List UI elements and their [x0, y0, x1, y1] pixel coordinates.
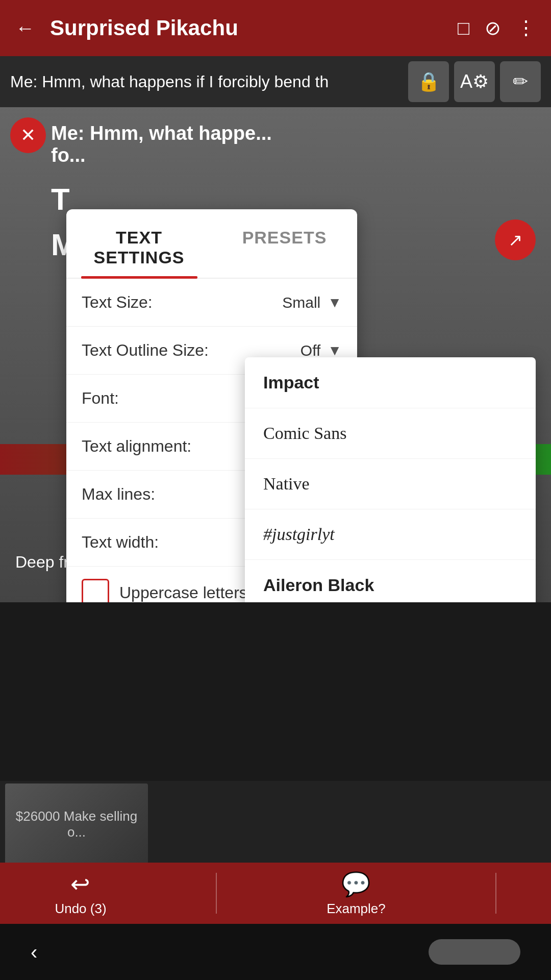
- font-option-native[interactable]: Native: [245, 459, 536, 509]
- text-width-label: Text width:: [82, 533, 159, 552]
- example-button[interactable]: 💬 Example?: [327, 870, 386, 917]
- tab-presets[interactable]: PRESETS: [212, 209, 357, 278]
- text-outline-value: Off: [300, 342, 320, 359]
- font-option-aileron-black[interactable]: Aileron Black: [245, 560, 536, 602]
- top-bar: ← Surprised Pikachu □ ⊘ ⋮: [0, 0, 551, 56]
- bottom-divider-2: [495, 873, 496, 914]
- square-icon[interactable]: □: [458, 17, 469, 39]
- menu-icon[interactable]: ⋮: [516, 17, 536, 39]
- font-settings-icon-button[interactable]: A⚙: [454, 61, 495, 102]
- page-title: Surprised Pikachu: [50, 16, 238, 40]
- slash-box-icon[interactable]: ⊘: [485, 17, 501, 39]
- font-option-impact[interactable]: Impact: [245, 357, 536, 408]
- secondary-text: Me: Hmm, what happens if I forcibly bend…: [10, 72, 400, 91]
- lock-icon-button[interactable]: 🔒: [408, 61, 449, 102]
- nav-back-button[interactable]: ‹: [31, 941, 37, 964]
- nav-home-indicator: [429, 939, 520, 965]
- modal-overlay: TEXT SETTINGS PRESETS Text Size: Small ▼…: [0, 107, 551, 602]
- text-outline-dropdown-arrow: ▼: [328, 342, 342, 359]
- text-size-row: Text Size: Small ▼: [66, 279, 357, 327]
- undo-icon: ↩: [70, 870, 90, 898]
- uppercase-label: Uppercase letters: [119, 583, 247, 602]
- nav-bar: ‹: [0, 924, 551, 980]
- back-button[interactable]: ←: [15, 17, 35, 39]
- text-size-select[interactable]: Small ▼: [282, 294, 342, 311]
- pen-icon-button[interactable]: ✏: [500, 61, 541, 102]
- font-option-comic-sans[interactable]: Comic Sans: [245, 408, 536, 459]
- uppercase-checkbox[interactable]: [82, 579, 109, 602]
- modal-tabs: TEXT SETTINGS PRESETS: [66, 209, 357, 279]
- thumbnail-strip: $26000 Make selling o...: [0, 781, 551, 868]
- bottom-bar: ↩ Undo (3) 💬 Example?: [0, 863, 551, 924]
- font-label: Font:: [82, 389, 119, 408]
- secondary-icons: 🔒 A⚙ ✏: [408, 61, 541, 102]
- bottom-divider-1: [216, 873, 217, 914]
- tab-text-settings[interactable]: TEXT SETTINGS: [66, 209, 212, 278]
- text-size-value: Small: [282, 294, 320, 311]
- text-alignment-label: Text alignment:: [82, 437, 191, 456]
- text-outline-label: Text Outline Size:: [82, 341, 209, 360]
- max-lines-label: Max lines:: [82, 485, 155, 504]
- main-content: ✕ Me: Hmm, what happe... fo... T M ↗ Dee…: [0, 107, 551, 602]
- font-dropdown-menu: Impact Comic Sans Native #justgirlyt Ail…: [245, 357, 536, 602]
- example-icon: 💬: [341, 870, 370, 898]
- undo-button[interactable]: ↩ Undo (3): [55, 870, 106, 917]
- example-label: Example?: [327, 901, 386, 917]
- font-option-justgirlyt[interactable]: #justgirlyt: [245, 509, 536, 560]
- undo-label: Undo (3): [55, 901, 106, 917]
- text-size-label: Text Size:: [82, 293, 153, 312]
- top-bar-icons: □ ⊘ ⋮: [458, 17, 536, 39]
- text-outline-select[interactable]: Off ▼: [300, 342, 342, 359]
- thumbnail-item[interactable]: $26000 Make selling o...: [5, 783, 148, 865]
- secondary-bar: Me: Hmm, what happens if I forcibly bend…: [0, 56, 551, 107]
- text-size-dropdown-arrow: ▼: [328, 295, 342, 311]
